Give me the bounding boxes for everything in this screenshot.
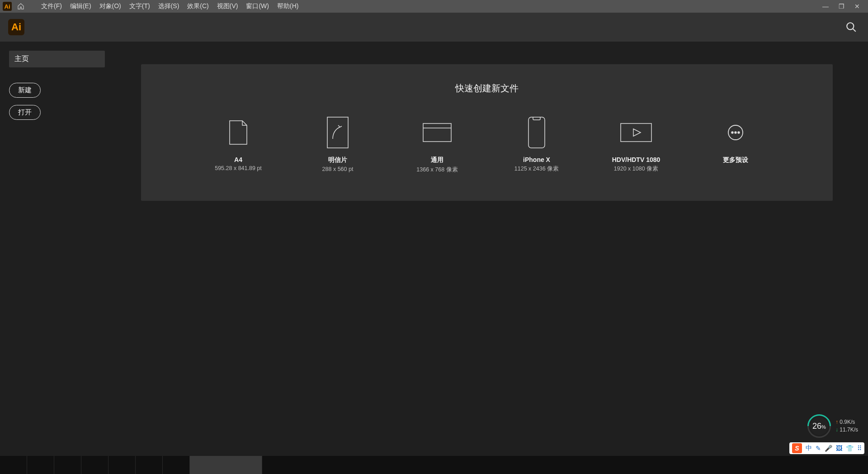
menu-help[interactable]: 帮助(H): [273, 1, 302, 12]
new-button[interactable]: 新建: [9, 83, 41, 98]
more-icon: [727, 115, 744, 150]
ime-pic-icon[interactable]: 🖼: [836, 445, 842, 452]
maximize-button[interactable]: ❐: [837, 2, 846, 11]
phone-icon: [528, 115, 546, 150]
preset-sub: 288 x 560 pt: [322, 166, 354, 172]
menu-file[interactable]: 文件(F): [37, 1, 66, 12]
svg-rect-6: [621, 123, 651, 142]
taskbar[interactable]: [0, 456, 868, 474]
ime-skin-icon[interactable]: 👕: [846, 445, 854, 452]
svg-point-10: [738, 132, 740, 133]
preset-postcard[interactable]: 明信片 288 x 560 pt: [306, 115, 369, 174]
quick-create-card: 快速创建新文件 A4 595.28 x 841.89 pt: [141, 64, 833, 201]
svg-point-9: [735, 132, 736, 133]
preset-more[interactable]: 更多预设: [704, 115, 767, 174]
menubar: Ai 文件(F) 编辑(E) 对象(O) 文字(T) 选择(S) 效果(C) 视…: [0, 0, 868, 13]
performance-widget[interactable]: 26% 0.9K/s 11.7K/s: [807, 414, 858, 438]
content-area: 主页 新建 打开 快速创建新文件 A4 595.28 x 841.89 pt: [0, 42, 868, 456]
preset-title: 明信片: [328, 156, 347, 164]
preset-title: HDV/HDTV 1080: [612, 156, 660, 163]
download-speed: 11.7K/s: [835, 426, 858, 434]
preset-hdtv[interactable]: HDV/HDTV 1080 1920 x 1080 像素: [604, 115, 668, 174]
svg-point-8: [731, 132, 733, 133]
ime-punct-icon[interactable]: ✎: [816, 445, 821, 452]
postcard-icon: [326, 115, 349, 150]
video-icon: [620, 115, 652, 150]
net-stats: 0.9K/s 11.7K/s: [835, 418, 858, 434]
app-badge-small: Ai: [3, 2, 12, 11]
menu-select[interactable]: 选择(S): [154, 1, 184, 12]
document-icon: [229, 115, 248, 150]
preset-title: 通用: [431, 156, 443, 164]
ime-tools-icon[interactable]: ⠿: [857, 445, 862, 452]
preset-row: A4 595.28 x 841.89 pt 明信片 288 x 560 pt: [155, 115, 819, 174]
preset-sub: 1920 x 1080 像素: [614, 165, 658, 173]
svg-rect-2: [327, 117, 348, 148]
open-button[interactable]: 打开: [9, 105, 41, 120]
upload-speed: 0.9K/s: [835, 418, 858, 426]
browser-icon: [422, 115, 452, 150]
menu-window[interactable]: 窗口(W): [242, 1, 273, 12]
search-icon[interactable]: [843, 19, 860, 36]
menu-object[interactable]: 对象(O): [95, 1, 125, 12]
preset-sub: 595.28 x 841.89 pt: [215, 165, 262, 171]
menu-effect[interactable]: 效果(C): [183, 1, 212, 12]
menu-type[interactable]: 文字(T): [125, 1, 154, 12]
svg-rect-5: [528, 117, 545, 148]
ime-toolbar[interactable]: S 中 ✎ 🎤 🖼 👕 ⠿: [789, 442, 864, 454]
app-logo: Ai: [8, 19, 24, 35]
ime-voice-icon[interactable]: 🎤: [825, 445, 832, 452]
preset-a4[interactable]: A4 595.28 x 841.89 pt: [207, 115, 270, 174]
sidebar: 主页 新建 打开: [0, 42, 141, 456]
menu-list: 文件(F) 编辑(E) 对象(O) 文字(T) 选择(S) 效果(C) 视图(V…: [37, 1, 302, 12]
svg-point-0: [847, 23, 854, 29]
secondary-bar: Ai: [0, 13, 868, 42]
window-controls: — ❐ ✕: [821, 2, 865, 11]
preset-title: A4: [234, 156, 242, 163]
cpu-ring-icon: 26%: [807, 414, 831, 438]
preset-web[interactable]: 通用 1366 x 768 像素: [406, 115, 469, 174]
svg-line-1: [853, 28, 856, 32]
menu-view[interactable]: 视图(V): [213, 1, 242, 12]
minimize-button[interactable]: —: [821, 2, 830, 11]
cpu-percent: 26: [812, 422, 821, 431]
preset-iphonex[interactable]: iPhone X 1125 x 2436 像素: [505, 115, 568, 174]
close-button[interactable]: ✕: [853, 2, 862, 11]
preset-title: 更多预设: [723, 156, 748, 164]
preset-sub: 1366 x 768 像素: [416, 166, 458, 174]
ime-lang[interactable]: 中: [806, 444, 812, 452]
home-tab[interactable]: 主页: [9, 51, 105, 67]
menu-edit[interactable]: 编辑(E): [66, 1, 95, 12]
quick-create-title: 快速创建新文件: [155, 82, 819, 95]
preset-sub: 1125 x 2436 像素: [514, 165, 559, 173]
main-panel: 快速创建新文件 A4 595.28 x 841.89 pt: [141, 42, 868, 456]
home-icon[interactable]: [17, 3, 24, 10]
preset-title: iPhone X: [523, 156, 550, 163]
sogou-logo-icon: S: [792, 443, 802, 453]
svg-rect-3: [423, 123, 451, 142]
